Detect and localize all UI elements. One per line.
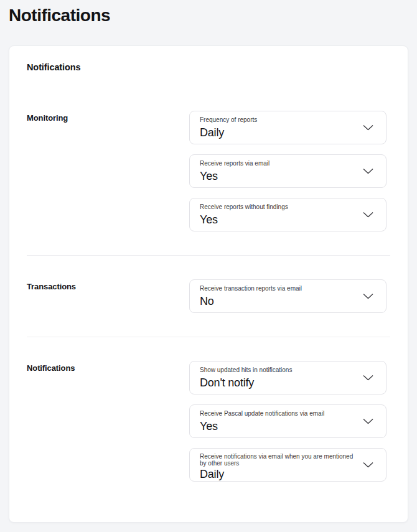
chevron-down-icon [363,212,373,218]
section-transactions: Transactions Receive transaction reports… [27,279,390,313]
divider [27,337,390,337]
select-label: Receive Pascal update notifications via … [200,410,358,418]
section-label-transactions: Transactions [27,279,189,313]
select-value: Daily [200,126,358,140]
divider [27,255,390,256]
chevron-down-icon [363,419,373,424]
notifications-fields: Show updated hits in notifications Don't… [189,361,387,482]
section-monitoring: Monitoring Frequency of reports Daily Re… [27,111,390,231]
select-receive-mention-notifications-via-email[interactable]: Receive notifications via email when you… [189,448,387,482]
select-label: Receive notifications via email when you… [200,453,358,467]
card-heading: Notifications [27,61,390,73]
monitoring-fields: Frequency of reports Daily Receive repor… [189,111,387,231]
chevron-down-icon [363,125,373,131]
section-label-monitoring: Monitoring [27,111,189,231]
page-title: Notifications [9,5,417,26]
select-label: Receive reports without findings [200,203,358,211]
chevron-down-icon [363,462,373,468]
notifications-card: Notifications Monitoring Frequency of re… [9,45,408,523]
select-value: Daily [200,467,358,482]
section-label-notifications: Notifications [27,361,189,482]
select-value: Yes [200,169,358,184]
select-value: No [200,294,358,309]
select-receive-pascal-update-notifications-via-email[interactable]: Receive Pascal update notifications via … [189,404,387,438]
select-show-updated-hits-in-notifications[interactable]: Show updated hits in notifications Don't… [189,361,387,394]
select-frequency-of-reports[interactable]: Frequency of reports Daily [189,111,387,144]
select-value: Yes [200,213,358,227]
select-value: Yes [200,419,358,434]
select-label: Show updated hits in notifications [200,366,358,374]
select-label: Receive transaction reports via email [200,285,358,292]
select-receive-reports-without-findings[interactable]: Receive reports without findings Yes [189,198,387,231]
select-receive-transaction-reports-via-email[interactable]: Receive transaction reports via email No [189,279,387,313]
section-notifications: Notifications Show updated hits in notif… [27,361,390,482]
select-label: Frequency of reports [200,116,358,124]
chevron-down-icon [363,169,373,174]
chevron-down-icon [363,375,373,381]
select-value: Don't notify [200,376,358,390]
select-label: Receive reports via email [200,160,358,167]
select-receive-reports-via-email[interactable]: Receive reports via email Yes [189,154,387,188]
chevron-down-icon [363,294,373,299]
transactions-fields: Receive transaction reports via email No [189,279,387,313]
